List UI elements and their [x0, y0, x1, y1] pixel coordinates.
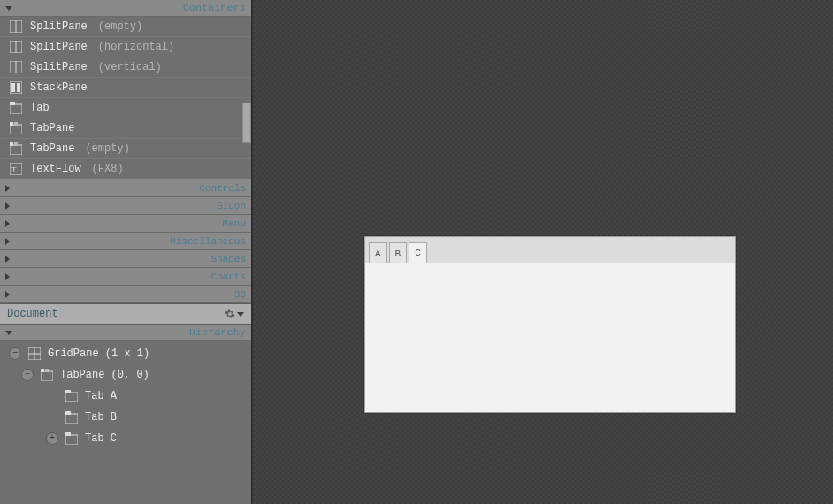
tree-label: Tab C [85, 432, 117, 445]
category-title: Menu [223, 218, 246, 229]
library-item[interactable]: SplitPane(horizontal) [0, 37, 251, 57]
splitpane-icon [9, 40, 23, 54]
tree-row[interactable]: +Tab C [0, 428, 251, 449]
category-title: 3D [234, 289, 246, 300]
tree-row[interactable]: −TabPane (0, 0) [0, 364, 251, 386]
tab-header: ABC [365, 237, 735, 263]
library-item-name: StackPane [30, 81, 88, 94]
library-item-name: SplitPane [30, 20, 88, 33]
tree-label: GridPane (1 x 1) [48, 347, 149, 360]
category-title: Controls [199, 183, 246, 194]
library-item-suffix: (FX8) [92, 163, 124, 175]
library-item-name: TabPane [30, 142, 74, 155]
tab-icon [64, 389, 80, 403]
category-header[interactable]: Controls [0, 179, 251, 197]
library-item-name: TextFlow [30, 163, 81, 175]
chevron-down-icon [5, 6, 12, 11]
category-header-containers[interactable]: Containers [0, 0, 251, 17]
tab-content [365, 263, 735, 412]
library-item[interactable]: SplitPane(vertical) [0, 57, 251, 78]
tree-row[interactable]: −GridPane (1 x 1) [0, 343, 251, 364]
chevron-right-icon [5, 185, 10, 192]
expand-icon[interactable]: + [46, 432, 58, 445]
chevron-right-icon [5, 256, 10, 263]
stackpane-icon [9, 80, 23, 95]
category-title: Charts [210, 271, 246, 282]
category-header[interactable]: Gluon [0, 197, 251, 215]
category-header[interactable]: Miscellaneous [0, 233, 251, 250]
library-item[interactable]: TabPane [0, 118, 251, 139]
textflow-icon [9, 162, 23, 176]
tabpane-icon [39, 368, 55, 382]
tab-icon [9, 101, 23, 115]
tree-label: Tab A [85, 390, 117, 402]
library-item[interactable]: TabPane(empty) [0, 139, 251, 159]
library-item-suffix: (horizontal) [98, 41, 174, 53]
splitpane-icon [9, 60, 23, 74]
category-title: Shapes [210, 254, 246, 264]
library-item[interactable]: TextFlow(FX8) [0, 159, 251, 179]
tabpane-preview[interactable]: ABC [364, 236, 736, 413]
category-title: Miscellaneous [170, 236, 246, 247]
document-header[interactable]: Document [0, 303, 251, 325]
chevron-right-icon [5, 202, 10, 210]
hierarchy-title: Hierarchy [189, 327, 246, 338]
gear-icon[interactable] [225, 309, 235, 319]
chevron-right-icon [5, 238, 10, 245]
category-title: Containers [183, 3, 246, 13]
library-item-name: SplitPane [30, 61, 88, 73]
document-title: Document [7, 308, 58, 320]
hierarchy-header[interactable]: Hierarchy [0, 325, 251, 341]
library-list: SplitPane(empty)SplitPane(horizontal)Spl… [0, 17, 251, 179]
category-header[interactable]: 3D [0, 286, 251, 303]
tabpane-icon [9, 121, 23, 135]
tree-row[interactable]: Tab A [0, 386, 251, 407]
library-item[interactable]: Tab [0, 98, 251, 118]
chevron-down-icon [5, 331, 12, 335]
scrollbar-thumb[interactable] [242, 103, 251, 143]
left-panel: Containers SplitPane(empty)SplitPane(hor… [0, 0, 251, 504]
category-header[interactable]: Charts [0, 268, 251, 286]
library-item-name: SplitPane [30, 41, 88, 53]
chevron-right-icon [5, 291, 10, 298]
tab-c[interactable]: C [409, 242, 427, 263]
chevron-right-icon [5, 220, 10, 227]
chevron-down-icon[interactable] [237, 312, 244, 317]
library-item-suffix: (empty) [85, 142, 129, 155]
library-item-suffix: (vertical) [98, 61, 162, 73]
tree-row[interactable]: Tab B [0, 407, 251, 428]
library-item[interactable]: StackPane [0, 78, 251, 98]
tab-b[interactable]: B [389, 242, 408, 263]
design-canvas[interactable]: ABC [251, 0, 833, 504]
tab-icon [64, 431, 80, 446]
library-item-name: Tab [30, 102, 50, 114]
grid-icon [27, 347, 42, 361]
hierarchy-tree: −GridPane (1 x 1)−TabPane (0, 0)Tab ATab… [0, 341, 251, 504]
category-title: Gluon [217, 201, 246, 211]
library-item-name: TabPane [30, 122, 74, 134]
collapse-icon[interactable]: − [21, 369, 34, 381]
category-header[interactable]: Shapes [0, 250, 251, 268]
tab-a[interactable]: A [369, 242, 387, 263]
splitpane-icon [9, 19, 23, 34]
library-item-suffix: (empty) [98, 20, 142, 33]
chevron-right-icon [5, 273, 10, 280]
tab-icon [64, 410, 80, 424]
tabpane-icon [9, 141, 23, 156]
collapse-icon[interactable]: − [9, 347, 21, 360]
tree-label: Tab B [85, 411, 117, 424]
category-header[interactable]: Menu [0, 215, 251, 233]
library-item[interactable]: SplitPane(empty) [0, 17, 251, 37]
tree-label: TabPane (0, 0) [60, 369, 149, 381]
